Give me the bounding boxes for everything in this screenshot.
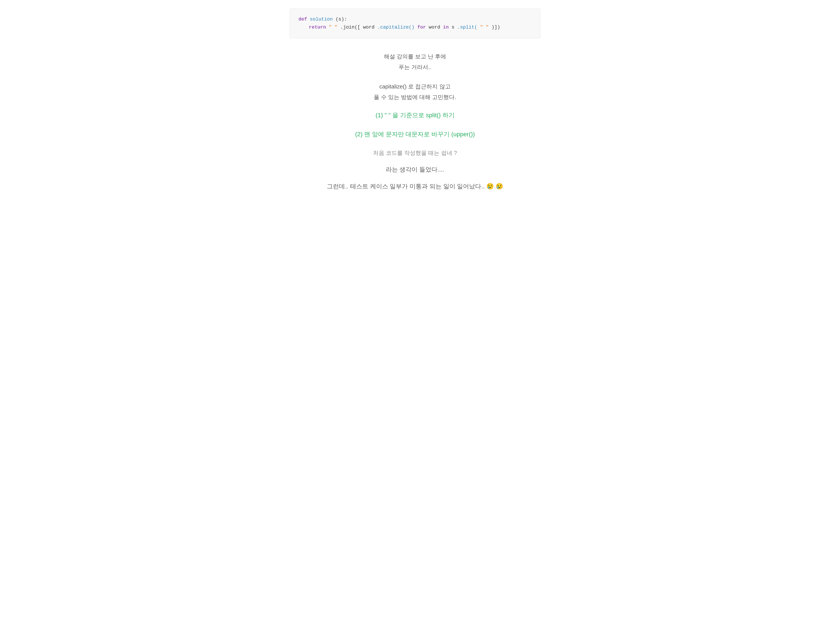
code-line-1: def solution (s): bbox=[298, 15, 532, 23]
keyword-in: in bbox=[443, 25, 449, 30]
note-text: 처음 코드를 작성했을 때는 쉽네 ? bbox=[373, 150, 457, 156]
step-1-text: (1) " " 을 기준으로 split() 하기 bbox=[375, 112, 455, 119]
bottom-text: 그런데.. 테스트 케이스 일부가 미통과 되는 일이 일어났다.. 😢 😢 bbox=[327, 183, 503, 190]
step-2: (2) 맨 앞에 문자만 대문자로 바꾸기 (upper()) bbox=[355, 130, 475, 138]
paragraph-1: 해설 강의를 보고 난 후에 푸는 거라서.. bbox=[384, 51, 446, 73]
keyword-return: return bbox=[309, 25, 326, 30]
paragraph-2: capitalize() 로 접근하지 않고 풀 수 있는 방법에 대해 고민했… bbox=[374, 81, 456, 103]
bottom-paragraph: 그런데.. 테스트 케이스 일부가 미통과 되는 일이 일어났다.. 😢 😢 bbox=[327, 182, 503, 190]
string-space: " " bbox=[329, 25, 337, 30]
code-block: def solution (s): return " " .join([ wor… bbox=[290, 9, 540, 38]
conclusion-paragraph: 라는 생각이 들었다.... bbox=[386, 165, 444, 174]
method-capitalize: .capitalize() bbox=[377, 25, 415, 30]
var-word2: word bbox=[429, 25, 440, 30]
paragraph-1-line-2: 푸는 거라서.. bbox=[384, 62, 446, 73]
keyword-for: for bbox=[417, 25, 426, 30]
function-name: solution bbox=[310, 17, 333, 22]
code-closing: )]) bbox=[491, 25, 500, 30]
paragraph-1-line-1: 해설 강의를 보고 난 후에 bbox=[384, 51, 446, 62]
note-paragraph: 처음 코드를 작성했을 때는 쉽네 ? bbox=[373, 149, 457, 157]
conclusion-text: 라는 생각이 들었다.... bbox=[386, 166, 444, 173]
method-join: .join([ bbox=[340, 25, 360, 30]
step-2-text: (2) 맨 앞에 문자만 대문자로 바꾸기 (upper()) bbox=[355, 131, 475, 138]
code-line-2: return " " .join([ word .capitalize() fo… bbox=[298, 23, 532, 31]
method-split: .split( bbox=[457, 25, 477, 30]
paragraph-2-line-1: capitalize() 로 접근하지 않고 bbox=[374, 81, 456, 92]
var-s: s bbox=[451, 25, 455, 30]
keyword-def: def bbox=[298, 17, 307, 22]
code-params: (s): bbox=[336, 17, 347, 22]
page-container: def solution (s): return " " .join([ wor… bbox=[277, 0, 553, 644]
string-space2: " " bbox=[480, 25, 489, 30]
var-word: word bbox=[363, 25, 375, 30]
paragraph-2-line-2: 풀 수 있는 방법에 대해 고민했다. bbox=[374, 92, 456, 103]
step-1: (1) " " 을 기준으로 split() 하기 bbox=[375, 111, 455, 119]
content-area: 해설 강의를 보고 난 후에 푸는 거라서.. capitalize() 로 접… bbox=[290, 51, 540, 199]
